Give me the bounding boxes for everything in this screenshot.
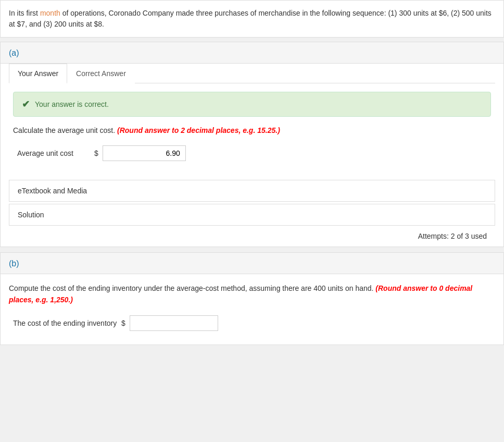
ending-inventory-input[interactable]	[130, 315, 218, 331]
question-text-a: Calculate the average unit cost. (Round …	[13, 125, 491, 136]
checkmark-icon: ✔	[22, 99, 30, 110]
dollar-sign-a: $	[94, 149, 98, 157]
dollar-sign-b: $	[121, 319, 125, 327]
question-plain-b: Compute the cost of the ending inventory…	[9, 284, 375, 292]
tab-correct-answer[interactable]: Correct Answer	[67, 64, 135, 83]
highlight-month: month	[40, 9, 60, 17]
section-b-label: (b)	[1, 253, 503, 274]
average-unit-cost-input[interactable]	[103, 145, 186, 161]
question-text-b: Compute the cost of the ending inventory…	[9, 283, 495, 306]
question-instruction-a: (Round answer to 2 decimal places, e.g. …	[117, 126, 280, 134]
solution-button[interactable]: Solution	[9, 204, 495, 226]
page-wrapper: In its first month of operations, Corona…	[0, 0, 504, 345]
answer-row-b: The cost of the ending inventory $	[9, 315, 495, 331]
section-b-content: Compute the cost of the ending inventory…	[1, 274, 503, 345]
tabs-a: Your Answer Correct Answer	[9, 64, 495, 83]
answer-row-a: Average unit cost $	[13, 145, 491, 161]
tab-your-answer[interactable]: Your Answer	[9, 64, 67, 83]
section-b: (b) Compute the cost of the ending inven…	[0, 252, 504, 345]
answer-label-b: The cost of the ending inventory	[13, 319, 117, 327]
attempts-text-a: Attempts: 2 of 3 used	[9, 228, 495, 247]
etextbook-button[interactable]: eTextbook and Media	[9, 180, 495, 202]
tab-content-a: ✔ Your answer is correct. Calculate the …	[9, 83, 495, 180]
section-a: (a) Your Answer Correct Answer ✔ Your an…	[0, 42, 504, 247]
correct-banner: ✔ Your answer is correct.	[13, 92, 491, 117]
section-a-label: (a)	[1, 42, 503, 63]
tab-area-a: Your Answer Correct Answer ✔ Your answer…	[1, 63, 503, 247]
intro-box: In its first month of operations, Corona…	[0, 0, 504, 38]
question-plain-a: Calculate the average unit cost.	[13, 126, 117, 134]
correct-text: Your answer is correct.	[35, 100, 109, 108]
intro-text: In its first month of operations, Corona…	[9, 9, 492, 28]
answer-label-a: Average unit cost	[17, 149, 90, 157]
